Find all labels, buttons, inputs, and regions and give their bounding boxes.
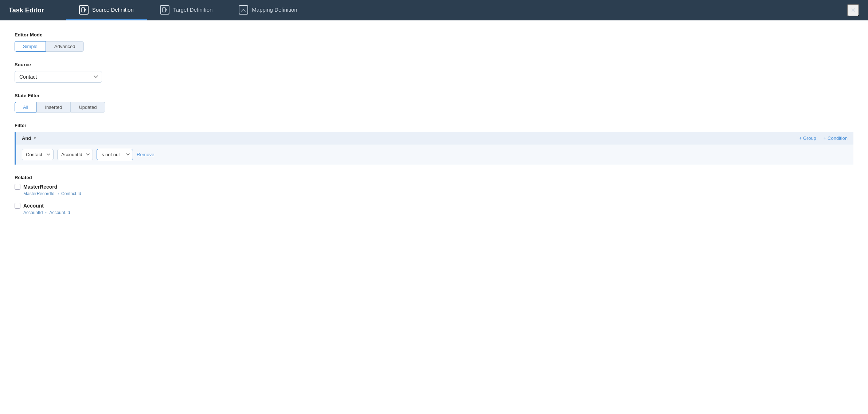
main-content: Editor Mode Simple Advanced Source Conta… xyxy=(0,20,868,414)
header-tabs: Source Definition Target Definition Mapp… xyxy=(66,0,847,20)
source-label: Source xyxy=(15,62,853,67)
mode-advanced-button[interactable]: Advanced xyxy=(46,41,84,52)
related-masterrecord-name: MasterRecord xyxy=(23,184,57,190)
filter-operator-chevron-icon[interactable]: ▾ xyxy=(34,136,36,141)
related-masterrecord-detail: MasterRecordId ↔ Contact.Id xyxy=(23,191,853,196)
add-group-button[interactable]: + Group xyxy=(799,135,816,141)
related-masterrecord-row: MasterRecord xyxy=(15,184,853,190)
related-item-account: Account AccountId ↔ Account.Id xyxy=(15,203,853,215)
app-title: Task Editor xyxy=(9,7,44,14)
related-account-checkbox[interactable] xyxy=(15,203,20,209)
editor-mode-buttons: Simple Advanced xyxy=(15,41,853,52)
state-filter-label: State Filter xyxy=(15,93,853,98)
related-section: Related MasterRecord MasterRecordId ↔ Co… xyxy=(15,175,853,215)
source-section: Source Contact Account Lead Opportunity xyxy=(15,62,853,83)
mode-simple-button[interactable]: Simple xyxy=(15,41,46,52)
related-item-masterrecord: MasterRecord MasterRecordId ↔ Contact.Id xyxy=(15,184,853,196)
filter-operator-label: And xyxy=(22,135,31,141)
tab-source-definition-label: Source Definition xyxy=(92,7,134,13)
state-filter-section: State Filter All Inserted Updated xyxy=(15,93,853,113)
tab-mapping-definition[interactable]: Mapping Definition xyxy=(226,0,310,20)
related-label: Related xyxy=(15,175,853,180)
filter-actions: + Group + Condition xyxy=(799,135,848,141)
filter-header: And ▾ + Group + Condition xyxy=(16,132,853,145)
tab-target-definition[interactable]: Target Definition xyxy=(147,0,226,20)
mapping-definition-icon xyxy=(239,5,248,15)
close-button[interactable]: × xyxy=(847,4,859,16)
related-account-row: Account xyxy=(15,203,853,209)
filter-row: Contact Account Lead AccountId Name Emai… xyxy=(16,145,853,165)
state-filter-buttons: All Inserted Updated xyxy=(15,102,853,113)
related-account-name: Account xyxy=(23,203,44,209)
filter-section: Filter And ▾ + Group + Condition xyxy=(15,123,853,165)
filter-field-select[interactable]: AccountId Name Email xyxy=(57,149,93,160)
source-select[interactable]: Contact Account Lead Opportunity xyxy=(15,71,102,83)
filter-header-left: And ▾ xyxy=(22,135,36,141)
state-filter-inserted-button[interactable]: Inserted xyxy=(36,102,70,113)
editor-mode-label: Editor Mode xyxy=(15,32,853,38)
related-account-detail: AccountId ↔ Account.Id xyxy=(23,210,853,215)
related-masterrecord-checkbox[interactable] xyxy=(15,184,20,190)
filter-condition-select[interactable]: is not null is null equals not equals co… xyxy=(97,149,133,160)
svg-rect-0 xyxy=(82,8,85,12)
svg-rect-1 xyxy=(163,8,165,12)
tab-source-definition[interactable]: Source Definition xyxy=(66,0,147,20)
filter-container: And ▾ + Group + Condition Contact Accoun… xyxy=(15,132,853,165)
target-definition-icon xyxy=(160,5,169,15)
content-area: Editor Mode Simple Advanced Source Conta… xyxy=(0,20,868,414)
add-condition-button[interactable]: + Condition xyxy=(824,135,848,141)
remove-filter-row-button[interactable]: Remove xyxy=(137,152,154,157)
tab-mapping-definition-label: Mapping Definition xyxy=(252,7,297,13)
tab-target-definition-label: Target Definition xyxy=(173,7,212,13)
filter-source-select[interactable]: Contact Account Lead xyxy=(22,149,54,160)
source-definition-icon xyxy=(79,5,89,15)
state-filter-updated-button[interactable]: Updated xyxy=(70,102,105,113)
filter-section-label: Filter xyxy=(15,123,853,128)
state-filter-all-button[interactable]: All xyxy=(15,102,36,113)
header: Task Editor Source Definition Target Def… xyxy=(0,0,868,20)
editor-mode-section: Editor Mode Simple Advanced xyxy=(15,32,853,52)
